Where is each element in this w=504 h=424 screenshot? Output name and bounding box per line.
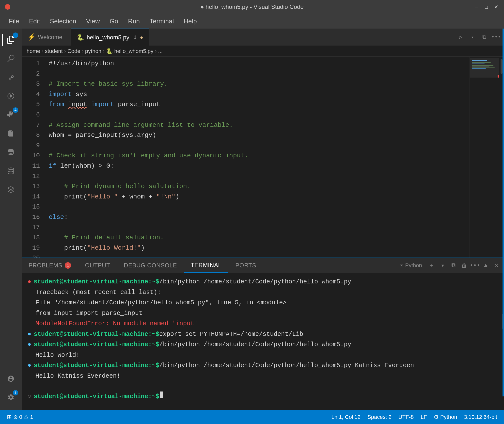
run-button[interactable]: ▷ bbox=[456, 32, 466, 42]
status-eol[interactable]: LF bbox=[418, 413, 430, 421]
breadcrumb-sep5: › bbox=[155, 48, 157, 54]
panel-tab-terminal[interactable]: TERMINAL bbox=[184, 258, 228, 273]
status-python-version[interactable]: 3.10.12 64-bit bbox=[461, 413, 500, 421]
statusbar: ⊞ ⊗ 0 ⚠ 1 Ln 1, Col 12 Spaces: 2 UTF-8 L… bbox=[0, 410, 504, 424]
activity-icon-explorer[interactable] bbox=[2, 31, 20, 49]
breadcrumb-filename[interactable]: hello_whom5.py bbox=[114, 48, 153, 54]
panel-tab-output[interactable]: OUTPUT bbox=[78, 258, 117, 273]
breadcrumb-sep2: › bbox=[64, 48, 66, 54]
code-line-20 bbox=[49, 253, 470, 258]
status-encoding[interactable]: UTF-8 bbox=[395, 413, 417, 421]
prompt-4: student@student-virtual-machine:~$ bbox=[34, 360, 159, 371]
settings-badge: 1 bbox=[13, 390, 18, 395]
panel-tab-ports[interactable]: PORTS bbox=[228, 258, 263, 273]
run-dropdown-button[interactable]: ▾ bbox=[468, 32, 477, 42]
status-spaces[interactable]: Spaces: 2 bbox=[364, 413, 394, 421]
panel-tabs: PROBLEMS 1 OUTPUT DEBUG CONSOLE TERMINAL… bbox=[22, 258, 504, 273]
panel-more-button[interactable]: ••• bbox=[471, 261, 479, 270]
breadcrumb-python[interactable]: python bbox=[85, 48, 101, 54]
code-content[interactable]: #!/usr/bin/python # Import the basic sys… bbox=[44, 57, 470, 258]
new-terminal-button[interactable]: + bbox=[427, 261, 437, 270]
breadcrumb-code[interactable]: Code bbox=[67, 48, 80, 54]
tabs-bar: ⚡ Welcome 🐍 hello_whom5.py 1 ● ▷ ▾ ⧉ ••• bbox=[22, 29, 504, 46]
breadcrumb-more[interactable]: ... bbox=[158, 48, 163, 54]
code-line-2 bbox=[49, 69, 470, 79]
breadcrumb-sep1: › bbox=[42, 48, 43, 54]
breadcrumb-sep4: › bbox=[103, 48, 105, 54]
tab-modified-badge: 1 bbox=[134, 34, 136, 40]
code-line-8: whom = parse_input(sys.argv) bbox=[49, 130, 470, 141]
activity-icon-run-debug[interactable] bbox=[2, 87, 20, 105]
panel-actions: ⊡ Python + ▾ ⧉ 🗑 ••• ▲ ✕ bbox=[394, 261, 504, 270]
debug-console-label: DEBUG CONSOLE bbox=[124, 262, 177, 269]
status-position[interactable]: Ln 1, Col 12 bbox=[328, 413, 363, 421]
status-remote[interactable]: ⊞ ⊗ 0 ⚠ 1 bbox=[4, 413, 36, 422]
info-dot-1: ● bbox=[28, 329, 31, 340]
menu-go[interactable]: Go bbox=[106, 16, 122, 27]
menu-help[interactable]: Help bbox=[180, 16, 201, 27]
new-terminal-dropdown[interactable]: ▾ bbox=[439, 261, 447, 269]
warning-status: ⚠ 1 bbox=[24, 414, 33, 420]
menu-edit[interactable]: Edit bbox=[25, 16, 44, 27]
terminal-python-icon: ⊡ bbox=[399, 262, 404, 268]
code-editor[interactable]: 12345 678910 1112131415 1617181920 #!/us… bbox=[22, 57, 470, 258]
scrollbar-thumb[interactable] bbox=[501, 59, 503, 74]
menu-selection[interactable]: Selection bbox=[46, 16, 80, 27]
tab-hello-whom5[interactable]: 🐍 hello_whom5.py 1 ● bbox=[71, 29, 149, 46]
panel-tab-problems[interactable]: PROBLEMS 1 bbox=[22, 258, 78, 273]
code-line-11: if len(whom) > 0: bbox=[49, 161, 470, 171]
menu-run[interactable]: Run bbox=[124, 16, 144, 27]
breadcrumb-student[interactable]: student bbox=[45, 48, 63, 54]
status-language[interactable]: ⚙ Python bbox=[431, 413, 460, 421]
terminal-content[interactable]: ● student@student-virtual-machine:~$ /bi… bbox=[22, 273, 501, 410]
terminal-cursor bbox=[160, 391, 163, 398]
code-line-16: else: bbox=[49, 212, 470, 223]
close-button[interactable]: ✕ bbox=[493, 4, 499, 10]
position-label: Ln 1, Col 12 bbox=[331, 414, 361, 420]
panel-maximize-button[interactable]: ▲ bbox=[481, 261, 490, 270]
activity-icon-search[interactable] bbox=[2, 50, 20, 67]
more-actions-button[interactable]: ••• bbox=[491, 32, 501, 42]
eol-label: LF bbox=[421, 414, 427, 420]
tab-modified-dot: ● bbox=[140, 34, 143, 41]
terminal-hello-world: Hello World! bbox=[28, 350, 495, 361]
split-terminal-button[interactable]: ⧉ bbox=[449, 261, 458, 270]
python-selector[interactable]: ⊡ Python bbox=[396, 261, 425, 270]
terminal-line-1: ● student@student-virtual-machine:~$ /bi… bbox=[28, 277, 495, 287]
activity-icon-database[interactable] bbox=[2, 143, 20, 161]
code-line-1: #!/usr/bin/python bbox=[49, 59, 470, 69]
activity-icon-database2[interactable] bbox=[2, 162, 20, 180]
activity-icon-layers[interactable] bbox=[2, 181, 20, 198]
activity-icon-account[interactable] bbox=[2, 370, 20, 388]
panel-tab-debug-console[interactable]: DEBUG CONSOLE bbox=[117, 258, 184, 273]
panel-close-button[interactable]: ✕ bbox=[492, 261, 501, 270]
menu-view[interactable]: View bbox=[82, 16, 104, 27]
activity-icon-extensions[interactable]: 4 bbox=[2, 106, 20, 124]
minimize-button[interactable]: ─ bbox=[473, 4, 479, 10]
traceback-file: File "/home/student/Code/python/hello_wh… bbox=[35, 298, 286, 308]
activity-icon-settings[interactable]: 1 bbox=[2, 389, 20, 406]
menu-file[interactable]: File bbox=[5, 16, 23, 27]
tab-welcome[interactable]: ⚡ Welcome bbox=[22, 29, 71, 46]
module-error: ModuleNotFoundError: No module named 'in… bbox=[35, 319, 198, 329]
terminal-label: TERMINAL bbox=[191, 262, 221, 269]
activity-bar: 4 1 bbox=[0, 29, 22, 410]
ports-label: PORTS bbox=[235, 262, 256, 269]
right-accent bbox=[503, 29, 504, 396]
split-editor-button[interactable]: ⧉ bbox=[479, 32, 489, 42]
activity-icon-test[interactable] bbox=[2, 125, 20, 142]
menu-terminal[interactable]: Terminal bbox=[146, 16, 178, 27]
activity-icon-source-control[interactable] bbox=[2, 68, 20, 86]
breadcrumb-home[interactable]: home bbox=[27, 48, 40, 54]
code-line-10: # Check if string isn't empty and use dy… bbox=[49, 151, 470, 161]
tab-welcome-label: Welcome bbox=[38, 34, 63, 41]
maximize-button[interactable]: □ bbox=[483, 4, 489, 10]
kill-terminal-button[interactable]: 🗑 bbox=[460, 261, 469, 270]
minimap-error-marker bbox=[498, 75, 499, 78]
terminal-traceback-2: File "/home/student/Code/python/hello_wh… bbox=[28, 298, 495, 308]
window-close-dot[interactable] bbox=[5, 4, 10, 10]
status-right: Ln 1, Col 12 Spaces: 2 UTF-8 LF ⚙ Python… bbox=[328, 413, 500, 421]
hello-world-output: Hello World! bbox=[35, 350, 80, 361]
terminal-traceback-1: Traceback (most recent call last): bbox=[28, 287, 495, 298]
cmd-2: export set PYTHONPATH=/home/student/Lib bbox=[159, 329, 303, 340]
